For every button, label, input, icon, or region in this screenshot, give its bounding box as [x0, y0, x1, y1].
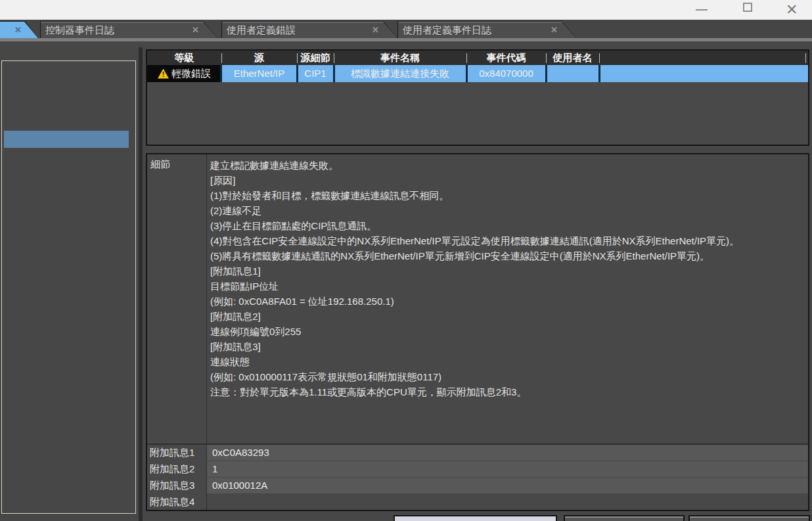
column-header-user-name[interactable]: 使用者名 [546, 51, 599, 65]
tab-label: 使用者定義事件日誌 [403, 22, 491, 38]
maximize-icon [743, 3, 752, 12]
row-separator [545, 65, 547, 82]
titlebar: ✕ [0, 0, 812, 20]
tab-close-icon[interactable]: ✕ [14, 22, 22, 38]
minimize-icon [696, 9, 708, 11]
row-separator [220, 65, 222, 82]
additional-info-row: 附加訊息4 [147, 494, 808, 510]
additional-info-value: 1 [207, 461, 808, 477]
column-header-event-code[interactable]: 事件代碼 [466, 51, 546, 65]
event-level-text: 輕微錯誤 [171, 65, 211, 82]
additional-info-label: 附加訊息2 [150, 461, 205, 477]
tab-close-icon[interactable]: ✕ [551, 22, 558, 38]
close-button[interactable]: ✕ [780, 0, 811, 20]
tab-close-icon[interactable]: ✕ [192, 22, 199, 38]
header-separator [221, 53, 222, 63]
column-header-extra[interactable] [599, 51, 808, 65]
tab-user-defined-error[interactable]: 使用者定義錯誤 ✕ [221, 21, 397, 38]
tab-user-defined-event-log[interactable]: 使用者定義事件日誌 ✕ [397, 21, 576, 38]
details-label: 細節 [150, 158, 170, 171]
bottom-button-3[interactable] [688, 515, 810, 521]
row-separator [466, 65, 468, 82]
tab-close-icon[interactable]: ✕ [372, 22, 379, 38]
tab-controller-event-log[interactable]: 控制器事件日誌 ✕ [40, 21, 217, 38]
additional-info-row: 附加訊息3 0x0100012A [147, 478, 808, 493]
additional-info-label: 附加訊息3 [150, 478, 205, 493]
event-row-selected[interactable]: ! 輕微錯誤 EtherNet/IP CIP1 標識數據連結連接失敗 0x840… [147, 65, 808, 82]
close-icon: ✕ [786, 0, 798, 20]
event-code-cell: 0x84070000 [466, 65, 546, 82]
sidebar-list-panel [1, 60, 136, 514]
header-separator [805, 53, 806, 63]
header-separator [546, 53, 547, 63]
tabbar-underline [0, 38, 812, 41]
additional-info-value: 0xC0A83293 [207, 445, 808, 461]
details-section: 細節 建立標記數據連結連線失敗。 [原因] (1)對於始發者和目標，標籤數據連結… [147, 154, 808, 443]
header-separator [334, 53, 334, 63]
minimize-button[interactable] [688, 0, 718, 20]
additional-info-value: 0x0100012A [207, 478, 808, 493]
header-separator [599, 53, 600, 63]
header-separator [297, 53, 298, 63]
details-panel: 細節 建立標記數據連結連線失敗。 [原因] (1)對於始發者和目標，標籤數據連結… [146, 153, 809, 511]
event-extra-cell [599, 65, 808, 82]
column-header-source-detail[interactable]: 源細節 [297, 51, 334, 65]
column-header-level[interactable]: 等級 [147, 51, 221, 65]
tab-active-partial[interactable]: ✕ [0, 21, 38, 38]
event-level-cell: ! 輕微錯誤 [147, 65, 221, 82]
header-separator [466, 53, 467, 63]
row-separator [296, 65, 298, 82]
warning-icon: ! [158, 69, 169, 79]
bottom-primary-button[interactable] [394, 515, 557, 521]
event-user-cell [546, 65, 599, 82]
event-table: 等級 源 源細節 事件名稱 事件代碼 使用者名 ! 輕微錯誤 EtherNet/… [146, 49, 809, 146]
app-window: ✕ ✕ 控制器事件日誌 ✕ 使用者定義錯誤 ✕ 使用者定義事件日誌 ✕ [0, 0, 812, 521]
additional-info-section: 附加訊息1 0xC0A83293 附加訊息2 1 附加訊息3 0x0100012… [147, 443, 808, 510]
sidebar-selected-item[interactable] [4, 131, 129, 148]
maximize-button[interactable] [735, 0, 765, 20]
splitter-handle[interactable] [139, 47, 143, 521]
event-name-cell: 標識數據連結連接失敗 [334, 65, 466, 82]
additional-info-label: 附加訊息1 [150, 445, 205, 461]
event-source-cell: EtherNet/IP [221, 65, 297, 82]
row-separator [333, 65, 335, 82]
tab-bar: ✕ 控制器事件日誌 ✕ 使用者定義錯誤 ✕ 使用者定義事件日誌 ✕ [0, 20, 812, 38]
tab-label: 控制器事件日誌 [45, 22, 114, 38]
tab-label: 使用者定義錯誤 [227, 22, 296, 38]
additional-info-row: 附加訊息2 1 [147, 461, 808, 477]
column-header-event-name[interactable]: 事件名稱 [334, 51, 466, 65]
additional-info-row: 附加訊息1 0xC0A83293 [147, 445, 808, 461]
event-source-detail-cell: CIP1 [297, 65, 334, 82]
details-text: 建立標記數據連結連線失敗。 [原因] (1)對於始發者和目標，標籤數據連結連線訊… [210, 158, 803, 399]
additional-info-label: 附加訊息4 [150, 494, 205, 510]
bottom-button-2[interactable] [564, 515, 685, 521]
event-table-header: 等級 源 源細節 事件名稱 事件代碼 使用者名 [147, 51, 808, 65]
row-separator [598, 65, 600, 82]
additional-info-value [207, 494, 808, 510]
column-header-source[interactable]: 源 [221, 51, 297, 65]
